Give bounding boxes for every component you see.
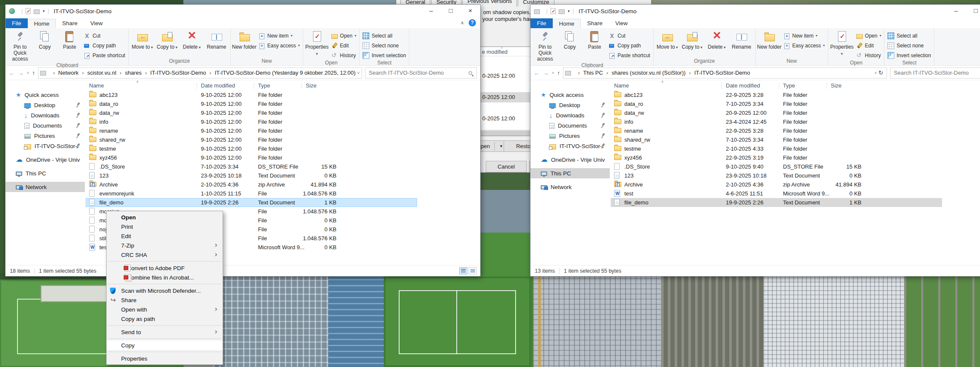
file-row[interactable]: file_demo 19-9-2025 2:26 Text Document 1… (611, 198, 942, 207)
ribbon-button[interactable]: Easy access (258, 41, 300, 50)
dropdown-caret-icon[interactable]: ▾ (500, 141, 502, 151)
sidebar-item[interactable]: Quick access (531, 90, 610, 100)
sidebar-item[interactable]: IT-ITVO-SciStor-I (6, 141, 85, 151)
file-row[interactable]: rename 9-10-2025 12:00 File folder (86, 126, 417, 135)
ribbon-button[interactable]: Invert selection (362, 51, 406, 59)
context-menu-item[interactable]: CRC SHA (107, 250, 223, 259)
sidebar-item[interactable]: Quick access (6, 90, 85, 100)
history-caret-icon[interactable]: ˅ (552, 71, 554, 75)
qat-customize-caret-icon[interactable]: ▾ (568, 9, 570, 13)
context-menu-item[interactable]: Send to (107, 327, 223, 337)
qat-properties-icon[interactable] (26, 8, 31, 14)
back-arrow-icon[interactable]: ← (534, 70, 540, 76)
forward-arrow-icon[interactable]: → (543, 70, 549, 76)
file-row[interactable]: shared_rw 9-10-2025 12:00 File folder (86, 135, 417, 144)
breadcrumb-segment[interactable]: IT-ITVO-SciStor-Demo (142, 70, 206, 76)
context-menu-item[interactable]: Convert to Adobe PDF (107, 263, 223, 273)
column-header-size[interactable]: Size (306, 82, 316, 89)
context-menu-item[interactable]: Properties (107, 354, 223, 363)
sidebar-item[interactable]: IT-ITVO-SciStor-I (531, 141, 610, 151)
breadcrumb-segment[interactable]: shares (scistor.vu.nl (SciStor)) (603, 70, 686, 76)
context-menu-item[interactable]: Share (107, 295, 223, 305)
minimize-button[interactable]: – (946, 5, 966, 17)
file-row[interactable]: info 23-4-2024 12:45 File folder (611, 117, 942, 126)
ribbon-button[interactable]: Properties (304, 29, 329, 59)
ribbon-button[interactable]: Move to (130, 29, 155, 58)
qat-new-folder-icon[interactable] (559, 9, 565, 14)
ribbon-button[interactable]: Properties (829, 29, 854, 59)
sidebar-item[interactable]: Desktop (531, 100, 610, 110)
ribbon-button[interactable]: History (331, 51, 356, 59)
ribbon-button[interactable]: New folder (232, 29, 257, 58)
file-row[interactable]: data_rw 9-10-2025 12:00 File folder (86, 108, 417, 117)
ribbon-button[interactable]: Select all (362, 32, 406, 40)
ribbon-button[interactable]: Edit (856, 41, 881, 50)
details-view-button[interactable] (459, 267, 467, 274)
ribbon-button[interactable]: Pin to Quick access (8, 29, 32, 62)
sidebar-item[interactable]: OneDrive - Vrije Univ (531, 154, 610, 165)
file-row[interactable]: xyz456 22-9-2025 3:19 File folder (611, 153, 942, 162)
column-header-type[interactable]: Type (258, 82, 270, 89)
search-box[interactable] (890, 67, 980, 79)
ribbon-button[interactable]: Edit (331, 41, 356, 50)
minimize-button[interactable]: – (421, 5, 441, 17)
context-menu-item[interactable]: Edit (107, 231, 223, 241)
address-caret-icon[interactable]: ˅ (356, 71, 361, 75)
address-caret-icon[interactable]: ˅ (873, 71, 879, 75)
ribbon-button[interactable]: Delete (180, 29, 204, 58)
ribbon-button[interactable]: Pin to Quick access (533, 29, 557, 62)
help-icon[interactable]: ? (469, 19, 476, 26)
ribbon-tab[interactable]: View (609, 18, 634, 28)
forward-arrow-icon[interactable]: → (18, 70, 24, 76)
ribbon-tab[interactable]: View (84, 18, 109, 28)
collapse-ribbon-icon[interactable]: ∧ (461, 20, 464, 26)
search-icon[interactable] (469, 71, 472, 75)
file-row[interactable]: testme 9-10-2025 12:00 File folder (86, 144, 417, 153)
context-menu-item[interactable]: Combine files in Acrobat... (107, 273, 223, 282)
file-row[interactable]: shared_rw 7-10-2025 3:34 File folder (611, 135, 942, 144)
context-menu-item[interactable]: Scan with Microsoft Defender... (107, 286, 223, 295)
breadcrumb-segment[interactable]: IT-ITVO-SciStor-Demo (Yesterday 9 oktobe… (206, 70, 356, 76)
sidebar-item[interactable]: This PC (531, 168, 610, 178)
context-menu-item[interactable]: Print (107, 222, 223, 231)
refresh-icon[interactable]: ↻ (361, 70, 362, 76)
breadcrumb-segment[interactable]: IT-ITVO-SciStor-Demo (686, 70, 750, 76)
file-row[interactable]: rename 22-9-2025 3:28 File folder (611, 126, 942, 135)
breadcrumb-segment[interactable]: scistor.vu.nl (78, 70, 116, 76)
column-header-date-modified[interactable]: Date modified (726, 82, 760, 89)
ribbon-button[interactable]: Select none (362, 41, 406, 50)
ribbon-button[interactable]: Copy to (155, 29, 180, 58)
column-header-name[interactable]: Name (89, 82, 104, 89)
ribbon-button[interactable]: Open (856, 32, 881, 40)
large-icons-view-button[interactable] (469, 267, 477, 274)
ribbon-button[interactable]: Paste shortcut (84, 51, 125, 59)
ribbon-button[interactable]: Move to (655, 29, 680, 58)
ribbon-button[interactable]: History (856, 51, 881, 59)
qat-new-folder-icon[interactable] (34, 9, 40, 14)
ribbon-button[interactable]: Cut (609, 32, 650, 40)
ribbon-button[interactable]: Copy to (680, 29, 705, 58)
file-row[interactable]: data_rw 20-9-2025 12:00 File folder (611, 108, 942, 117)
file-row[interactable]: evenmorejunk 1-10-2025 11:15 File 1.048.… (86, 189, 417, 198)
ribbon-button[interactable]: Rename (729, 29, 754, 58)
sidebar-item[interactable]: Documents (6, 120, 85, 131)
file-row[interactable]: Archive 2-10-2025 4:36 zip Archive 41.89… (86, 180, 417, 189)
title-bar[interactable]: | ▾ | IT-ITVO-SciStor-Demo – □ × (531, 5, 980, 17)
file-row[interactable]: data_ro 7-10-2025 3:34 File folder (611, 99, 942, 108)
ribbon-button[interactable]: Select all (887, 32, 931, 40)
file-row[interactable]: Archive 2-10-2025 4:36 zip Archive 41.89… (611, 180, 942, 189)
ribbon-button[interactable]: Copy (32, 29, 57, 62)
context-menu-item[interactable]: Copy as path (107, 314, 223, 323)
ribbon-button[interactable]: Open (331, 32, 356, 40)
sidebar-item[interactable]: Desktop (6, 100, 85, 110)
qat-properties-icon[interactable] (551, 8, 556, 14)
ribbon-button[interactable]: Easy access (783, 41, 825, 50)
sidebar-item[interactable]: Pictures (531, 131, 610, 141)
context-menu-item[interactable]: Open with (107, 305, 223, 314)
breadcrumb-segment[interactable]: shares (116, 70, 142, 76)
ribbon-button[interactable]: New item (783, 32, 825, 40)
up-arrow-icon[interactable]: ↑ (32, 70, 35, 76)
ribbon-tab[interactable]: File (6, 18, 28, 28)
sidebar-item[interactable]: OneDrive - Vrije Univ (6, 154, 85, 165)
sidebar-item[interactable]: Pictures (6, 131, 85, 141)
